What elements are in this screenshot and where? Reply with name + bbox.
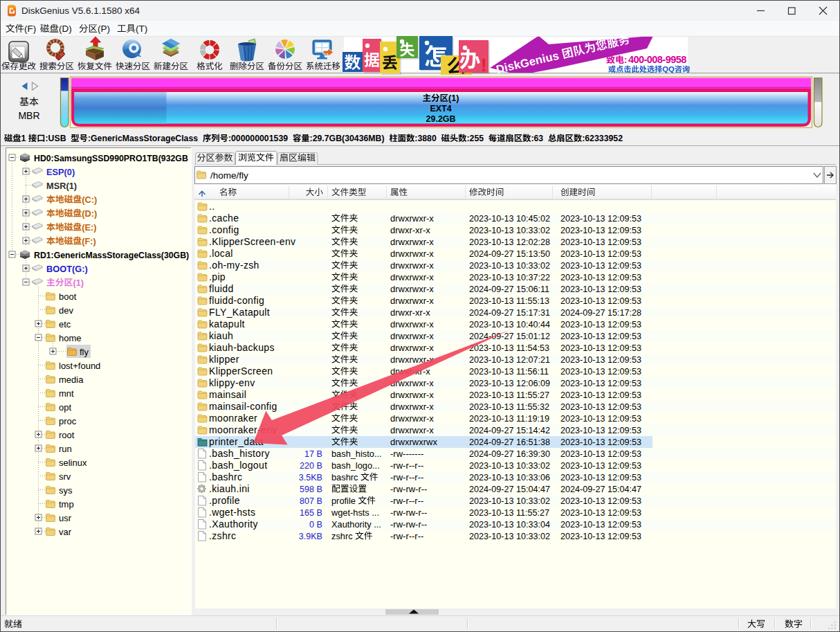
- svg-text:2023-10-13 10:33:02: 2023-10-13 10:33:02: [469, 461, 550, 471]
- svg-text:2024-09-27 15:04:47: 2024-09-27 15:04:47: [469, 485, 550, 494]
- svg-text:proc: proc: [59, 416, 77, 426]
- svg-text:.bash_logout: .bash_logout: [209, 460, 267, 471]
- svg-text:(T): (T): [136, 24, 147, 34]
- svg-text:3.9KB: 3.9KB: [299, 532, 322, 541]
- svg-text:-rw-------: -rw-------: [390, 449, 423, 459]
- svg-text:2023-10-13 12:09:53: 2023-10-13 12:09:53: [560, 414, 641, 424]
- svg-text:DiskGenius V5.6.1.1580 x64: DiskGenius V5.6.1.1580 x64: [21, 6, 140, 16]
- svg-text:2024-09-27 15:01:12: 2024-09-27 15:01:12: [469, 332, 550, 341]
- svg-text:2023-10-13 11:56:11: 2023-10-13 11:56:11: [469, 367, 549, 377]
- svg-text:drwxrwxrwx: drwxrwxrwx: [390, 437, 437, 447]
- svg-text:2023-10-13 11:55:32: 2023-10-13 11:55:32: [469, 402, 549, 412]
- svg-text::3880: :3880: [414, 134, 437, 143]
- svg-text:RD1:GenericMassStorageClass(30: RD1:GenericMassStorageClass(30GB): [34, 251, 189, 260]
- svg-text:2024-09-27 15:14:42: 2024-09-27 15:14:42: [469, 426, 550, 435]
- svg-text:2023-10-13 11:55:27: 2023-10-13 11:55:27: [469, 390, 549, 400]
- svg-text:mainsail: mainsail: [209, 389, 246, 400]
- svg-text:2023-10-13 12:09:53: 2023-10-13 12:09:53: [560, 508, 641, 518]
- svg-text:1: 1: [21, 134, 26, 143]
- svg-text:home: home: [59, 333, 82, 343]
- svg-text:400-008-9958: 400-008-9958: [628, 54, 686, 65]
- svg-text:2023-10-13 12:09:53: 2023-10-13 12:09:53: [560, 449, 641, 459]
- svg-text:KlipperScreen: KlipperScreen: [209, 365, 273, 377]
- svg-text:2023-10-13 12:09:53: 2023-10-13 12:09:53: [560, 496, 641, 506]
- svg-text:2024-09-27 15:06:11: 2024-09-27 15:06:11: [469, 285, 549, 294]
- svg-text::: :: [624, 55, 627, 65]
- svg-text:807 B: 807 B: [300, 496, 322, 506]
- svg-text:.pip: .pip: [209, 271, 226, 282]
- svg-text:0 B: 0 B: [309, 520, 322, 530]
- svg-text:.bash_history: .bash_history: [209, 448, 270, 459]
- svg-text:mainsail-config: mainsail-config: [209, 401, 277, 412]
- svg-text:2023-10-13 12:09:53: 2023-10-13 12:09:53: [560, 379, 641, 388]
- svg-text:2023-10-13 10:37:22: 2023-10-13 10:37:22: [469, 273, 550, 282]
- svg-text:2023-10-13 12:09:53: 2023-10-13 12:09:53: [560, 402, 641, 412]
- svg-text:drwxrwxr-x: drwxrwxr-x: [390, 260, 434, 271]
- svg-text:(E:): (E:): [82, 222, 96, 233]
- svg-text::62333952: :62333952: [582, 134, 623, 143]
- svg-text:lost+found: lost+found: [59, 361, 100, 371]
- svg-text:boot: boot: [59, 291, 77, 302]
- svg-text:598 B: 598 B: [300, 485, 322, 494]
- svg-text:2023-10-13 12:09:53: 2023-10-13 12:09:53: [560, 296, 641, 306]
- svg-text:drwxrwxr-x: drwxrwxr-x: [390, 296, 434, 306]
- svg-text:(F:): (F:): [82, 236, 96, 246]
- svg-text:FLY_Katapult: FLY_Katapult: [209, 307, 270, 318]
- svg-text:2023-10-13 12:09:53: 2023-10-13 12:09:53: [560, 473, 641, 482]
- svg-text:mnt: mnt: [59, 388, 74, 399]
- svg-text:2023-10-13 12:09:53: 2023-10-13 12:09:53: [560, 214, 641, 224]
- svg-text:2024-09-27 15:04:47: 2024-09-27 15:04:47: [560, 485, 641, 494]
- svg-text:-rw-r--r--: -rw-r--r--: [390, 460, 423, 471]
- svg-text::USB: :USB: [46, 134, 66, 143]
- svg-text:(D): (D): [59, 24, 72, 34]
- svg-text::63: :63: [531, 134, 543, 143]
- svg-text::000000001539: :000000001539: [228, 134, 288, 143]
- svg-text:2023-10-13 12:09:53: 2023-10-13 12:09:53: [560, 390, 641, 400]
- svg-text:..: ..: [209, 201, 214, 212]
- svg-text:tmp: tmp: [59, 499, 74, 509]
- svg-text:2023-10-13 12:09:53: 2023-10-13 12:09:53: [560, 226, 641, 235]
- svg-text:wget-hsts ...: wget-hsts ...: [331, 507, 379, 518]
- svg-text:selinux: selinux: [59, 458, 87, 468]
- svg-text:2024-09-27 15:17:28: 2024-09-27 15:17:28: [560, 308, 641, 318]
- svg-text:2024-09-27 15:13:50: 2024-09-27 15:13:50: [469, 249, 550, 259]
- svg-text:bashrc: bashrc: [331, 472, 358, 482]
- svg-text:.config: .config: [209, 224, 239, 235]
- svg-text:2023-10-13 10:33:02: 2023-10-13 10:33:02: [469, 226, 550, 235]
- svg-text:2023-10-13 12:06:09: 2023-10-13 12:06:09: [469, 379, 550, 388]
- svg-text:drwxrwxr-x: drwxrwxr-x: [390, 331, 434, 341]
- svg-text:ESP(0): ESP(0): [46, 167, 75, 177]
- svg-text:.oh-my-zsh: .oh-my-zsh: [209, 260, 259, 271]
- svg-text:2023-10-13 11:55:13: 2023-10-13 11:55:13: [469, 296, 549, 306]
- svg-text:17 B: 17 B: [304, 449, 322, 459]
- svg-text:media: media: [59, 374, 84, 385]
- svg-text:2023-10-13 10:45:02: 2023-10-13 10:45:02: [469, 214, 550, 224]
- svg-text:klippy-env: klippy-env: [209, 377, 255, 388]
- svg-text:fluidd-config: fluidd-config: [209, 295, 264, 306]
- svg-text:etc: etc: [59, 319, 71, 329]
- svg-text:drwxr-xr-x: drwxr-xr-x: [390, 225, 430, 235]
- svg-text:.cache: .cache: [209, 213, 239, 224]
- svg-text:-rw-r--r--: -rw-r--r--: [390, 472, 423, 482]
- svg-text:root: root: [59, 430, 75, 440]
- svg-text:sys: sys: [59, 485, 73, 496]
- svg-text:.wget-hsts: .wget-hsts: [209, 507, 255, 518]
- svg-text:-rw-rw-r--: -rw-rw-r--: [390, 519, 427, 530]
- svg-text:2024-09-27 15:17:31: 2024-09-27 15:17:31: [469, 308, 550, 318]
- svg-text::255: :255: [467, 134, 484, 143]
- svg-text:drwxrwxr-x: drwxrwxr-x: [390, 237, 434, 247]
- svg-text:2023-10-13 10:33:04: 2023-10-13 10:33:04: [469, 520, 550, 530]
- svg-text:2023-10-13 12:09:53: 2023-10-13 12:09:53: [560, 285, 641, 294]
- svg-text:drwxrwxr-x: drwxrwxr-x: [390, 319, 434, 329]
- svg-text:usr: usr: [59, 513, 72, 523]
- svg-text:165 B: 165 B: [300, 508, 322, 518]
- svg-text:Xauthority ...: Xauthority ...: [331, 519, 381, 530]
- svg-text:-rw-r--r--: -rw-r--r--: [390, 531, 423, 541]
- svg-text:.profile: .profile: [209, 495, 240, 506]
- svg-text:drwxrwxr-x: drwxrwxr-x: [390, 284, 434, 294]
- svg-text:2024-09-27 16:51:38: 2024-09-27 16:51:38: [469, 437, 550, 447]
- svg-text:2023-10-13 12:09:53: 2023-10-13 12:09:53: [560, 237, 641, 247]
- svg-text:(1): (1): [73, 278, 84, 288]
- svg-text:.zshrc: .zshrc: [209, 530, 236, 541]
- svg-text:.Xauthority: .Xauthority: [209, 518, 258, 530]
